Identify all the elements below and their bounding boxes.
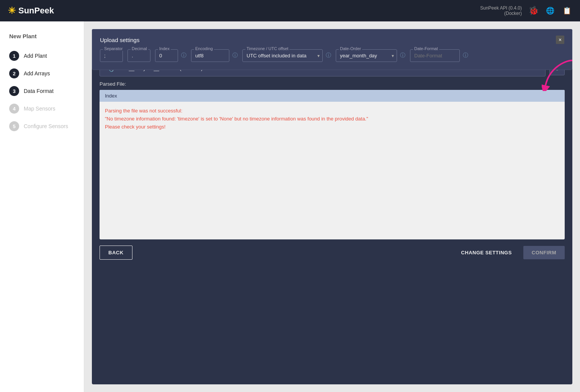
- sidebar-item-label: Map Sensors: [24, 106, 55, 112]
- sidebar: New Plant 1 Add Plant 2 Add Arrays 3 Dat…: [0, 21, 84, 392]
- encoding-input[interactable]: [191, 49, 229, 62]
- timezone-field: Timezone / UTC offset UTC offset include…: [242, 49, 323, 62]
- step-4-num: 4: [9, 104, 19, 114]
- timezone-info-icon[interactable]: ⓘ: [326, 52, 331, 59]
- encoding-label: Encoding: [194, 46, 214, 51]
- decimal-field: Decimal: [127, 49, 150, 62]
- index-input[interactable]: [155, 49, 178, 62]
- sidebar-title: New Plant: [0, 33, 84, 47]
- globe-icon[interactable]: 🌐: [545, 5, 555, 16]
- date-order-field: Date-Order year_month_day: [336, 49, 397, 62]
- encoding-info-icon[interactable]: ⓘ: [232, 52, 238, 59]
- parsed-body: Parsing the file was not successful: "No…: [100, 102, 565, 239]
- error-line-2: "No timezone information found: 'timezon…: [105, 115, 559, 123]
- dialog-close-button[interactable]: ×: [556, 36, 564, 44]
- change-settings-button[interactable]: CHANGE SETTINGS: [453, 246, 519, 259]
- logo-text: SunPeek: [18, 6, 54, 16]
- bug-icon[interactable]: 🐞: [528, 5, 539, 16]
- dialog-header: Upload settings ×: [100, 36, 564, 44]
- date-format-info-icon[interactable]: ⓘ: [463, 52, 468, 59]
- back-button[interactable]: BACK: [100, 246, 132, 260]
- api-version: SunPeek API (0.4.0) (Docker): [480, 5, 522, 16]
- sidebar-item-data-format[interactable]: 3 Data Format: [0, 82, 84, 100]
- parsed-content: Index Parsing the file was not successfu…: [100, 90, 565, 239]
- date-order-select[interactable]: year_month_day: [336, 49, 397, 62]
- parsed-label: Parsed File:: [100, 81, 565, 87]
- dialog-title: Upload settings: [100, 37, 139, 43]
- index-field: Index: [155, 49, 178, 62]
- encoding-field: Encoding: [191, 49, 229, 62]
- decimal-label: Decimal: [131, 46, 148, 51]
- bottom-bar: BACK CHANGE SETTINGS CONFIRM: [100, 246, 565, 260]
- step-1-num: 1: [9, 51, 19, 61]
- decimal-input[interactable]: [127, 49, 150, 62]
- navbar-right: SunPeek API (0.4.0) (Docker) 🐞 🌐 📋: [480, 5, 572, 16]
- date-format-label: Date-Format: [413, 46, 439, 51]
- step-3-num: 3: [9, 86, 19, 96]
- sidebar-item-label: Add Plant: [24, 53, 47, 59]
- layout: New Plant 1 Add Plant 2 Add Arrays 3 Dat…: [0, 21, 580, 392]
- sidebar-item-label: Data Format: [24, 88, 54, 94]
- sidebar-item-configure-sensors: 5 Configure Sensors: [0, 117, 84, 135]
- separator-field: Separator: [100, 49, 123, 62]
- dialog-fields: Separator Decimal Inde: [100, 49, 564, 62]
- error-line-3: Please check your settings!: [105, 123, 559, 131]
- parsed-header: Index: [100, 90, 565, 102]
- doc-icon[interactable]: 📋: [562, 5, 572, 16]
- logo: ☀ SunPeek: [8, 5, 54, 16]
- error-message: Parsing the file was not successful: "No…: [105, 107, 559, 131]
- index-label: Index: [158, 46, 171, 51]
- sidebar-item-add-plant[interactable]: 1 Add Plant: [0, 47, 84, 65]
- date-order-info-icon[interactable]: ⓘ: [400, 52, 405, 59]
- upload-settings-dialog: Upload settings × Separator Decim: [92, 29, 572, 70]
- error-line-1: Parsing the file was not successful:: [105, 107, 559, 115]
- right-buttons: CHANGE SETTINGS CONFIRM: [453, 246, 565, 259]
- step-5-num: 5: [9, 121, 19, 131]
- navbar: ☀ SunPeek SunPeek API (0.4.0) (Docker) 🐞…: [0, 0, 580, 21]
- date-format-input[interactable]: [410, 49, 460, 62]
- sidebar-item-label: Configure Sensors: [24, 123, 68, 129]
- timezone-select-wrapper: UTC offset included in data: [242, 49, 323, 62]
- index-info-icon[interactable]: ⓘ: [181, 52, 186, 59]
- timezone-label: Timezone / UTC offset: [245, 46, 289, 51]
- sidebar-item-map-sensors: 4 Map Sensors: [0, 100, 84, 117]
- date-order-select-wrapper: year_month_day: [336, 49, 397, 62]
- main-panel: Upload settings × Separator Decim: [92, 29, 572, 384]
- separator-input[interactable]: [100, 49, 123, 62]
- sidebar-item-add-arrays[interactable]: 2 Add Arrays: [0, 65, 84, 82]
- parsed-file-section: Parsed File: Index Parsing the file was …: [100, 81, 565, 239]
- timezone-select[interactable]: UTC offset included in data: [242, 49, 323, 62]
- confirm-button: CONFIRM: [523, 246, 565, 259]
- sidebar-item-label: Add Arrays: [24, 70, 50, 76]
- date-format-field: Date-Format: [410, 49, 460, 62]
- step-2-num: 2: [9, 68, 19, 78]
- date-order-label: Date-Order: [339, 46, 362, 51]
- main-content: Upload settings × Separator Decim: [84, 21, 580, 392]
- sun-icon: ☀: [8, 5, 16, 16]
- separator-label: Separator: [103, 46, 124, 51]
